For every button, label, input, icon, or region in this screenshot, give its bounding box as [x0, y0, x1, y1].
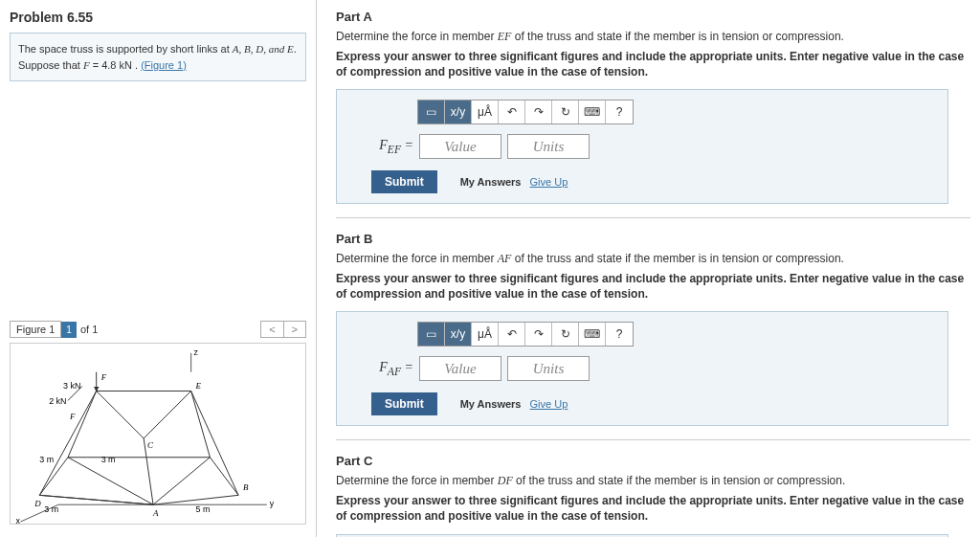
part-a-answer-box: ▭ x/y μÅ ↶ ↷ ↻ ⌨ ? FEF = Value Units Sub… [336, 89, 948, 204]
units-icon[interactable]: μÅ [472, 101, 499, 123]
suppose-pre: Suppose that [18, 59, 83, 71]
figure-selector[interactable]: 1 [61, 322, 77, 338]
svg-line-11 [191, 391, 211, 457]
part-b-units-input[interactable]: Units [507, 356, 590, 381]
svg-text:F: F [69, 412, 76, 421]
separator [336, 439, 970, 440]
reset-icon[interactable]: ↻ [552, 101, 579, 123]
svg-text:5 m: 5 m [196, 504, 211, 514]
svg-text:B: B [243, 482, 249, 492]
part-a-var-label: FEF = [371, 138, 413, 156]
part-a-toolbar: ▭ x/y μÅ ↶ ↷ ↻ ⌨ ? [417, 100, 634, 124]
template-icon[interactable]: ▭ [418, 323, 445, 346]
figure-count: of 1 [77, 322, 101, 337]
svg-text:x: x [16, 516, 21, 524]
figure-toolbar: Figure 1 1 of 1 < > [10, 321, 306, 338]
redo-icon[interactable]: ↷ [525, 323, 552, 346]
svg-text:3 m: 3 m [39, 455, 54, 464]
part-a-value-input[interactable]: Value [419, 134, 501, 159]
svg-text:F: F [100, 372, 107, 382]
svg-text:A: A [152, 508, 159, 518]
part-c-title: Part C [336, 454, 970, 468]
part-c-description: Determine the force in member DF of the … [336, 474, 970, 488]
problem-statement-box: The space truss is supported by short li… [10, 33, 306, 81]
part-c-instructions: Express your answer to three significant… [336, 494, 970, 524]
svg-line-9 [153, 458, 210, 504]
svg-line-17 [144, 391, 190, 437]
keyboard-icon[interactable]: ⌨ [579, 323, 606, 346]
part-a-title: Part A [336, 10, 970, 24]
undo-icon[interactable]: ↶ [499, 323, 525, 346]
fraction-icon[interactable]: x/y [445, 101, 472, 123]
figure-image: x y z [10, 343, 306, 525]
part-b-value-input[interactable]: Value [419, 356, 501, 381]
figure-link[interactable]: (Figure 1) [141, 59, 187, 71]
part-c-answer-box: ▭ x/y μÅ ↶ ↷ ↻ ⌨ ? FDF = Value Units Sub… [336, 534, 948, 537]
part-b-toolbar: ▭ x/y μÅ ↶ ↷ ↻ ⌨ ? [417, 322, 634, 347]
svg-text:3 m: 3 m [101, 455, 116, 464]
part-b-submit-button[interactable]: Submit [371, 392, 437, 415]
svg-line-13 [191, 391, 238, 495]
part-b: Part B Determine the force in member AF … [336, 232, 970, 426]
keyboard-icon[interactable]: ⌨ [579, 101, 606, 123]
part-a-submit-button[interactable]: Submit [371, 170, 437, 193]
suppose-val: = 4.8 kN . [90, 59, 142, 71]
problem-statement-post: . [294, 43, 297, 55]
svg-text:z: z [194, 347, 199, 357]
svg-text:3 kN: 3 kN [63, 381, 80, 391]
units-icon[interactable]: μÅ [472, 323, 499, 346]
svg-text:D: D [33, 499, 41, 508]
svg-text:2 kN: 2 kN [49, 396, 66, 406]
part-c: Part C Determine the force in member DF … [336, 454, 970, 537]
svg-text:3 m: 3 m [44, 504, 58, 514]
separator [336, 217, 970, 218]
part-a-units-input[interactable]: Units [507, 134, 590, 159]
part-b-answer-box: ▭ x/y μÅ ↶ ↷ ↻ ⌨ ? FAF = Value Units Sub… [336, 311, 948, 426]
svg-line-10 [68, 391, 97, 457]
problem-title: Problem 6.55 [10, 10, 306, 25]
part-a-description: Determine the force in member EF of the … [336, 30, 970, 44]
svg-text:C: C [147, 440, 154, 450]
part-b-title: Part B [336, 232, 970, 246]
redo-icon[interactable]: ↷ [525, 101, 552, 123]
figure-next-button[interactable]: > [283, 322, 305, 337]
part-a: Part A Determine the force in member EF … [336, 10, 970, 204]
help-icon[interactable]: ? [606, 101, 633, 123]
svg-line-16 [97, 391, 144, 437]
help-icon[interactable]: ? [606, 323, 633, 346]
svg-line-7 [39, 495, 153, 504]
problem-statement-pre: The space truss is supported by short li… [18, 43, 233, 55]
fraction-icon[interactable]: x/y [445, 323, 472, 346]
part-a-giveup-link[interactable]: Give Up [530, 176, 568, 188]
svg-text:y: y [270, 499, 275, 508]
part-b-giveup-link[interactable]: Give Up [530, 398, 568, 410]
part-b-instructions: Express your answer to three significant… [336, 272, 970, 302]
svg-text:E: E [195, 381, 202, 391]
svg-line-12 [39, 391, 96, 495]
my-answers-label: My Answers [460, 398, 522, 410]
figure-label: Figure 1 [10, 321, 61, 338]
figure-prev-button[interactable]: < [261, 322, 282, 337]
part-b-var-label: FAF = [371, 360, 413, 378]
undo-icon[interactable]: ↶ [499, 101, 525, 123]
suppose-var: F [83, 59, 90, 71]
template-icon[interactable]: ▭ [418, 101, 445, 123]
reset-icon[interactable]: ↻ [552, 323, 579, 346]
problem-statement-points: A, B, D, and E [233, 43, 294, 55]
part-a-instructions: Express your answer to three significant… [336, 50, 970, 79]
svg-line-8 [68, 458, 153, 504]
part-b-description: Determine the force in member AF of the … [336, 252, 970, 266]
my-answers-label: My Answers [460, 176, 522, 188]
